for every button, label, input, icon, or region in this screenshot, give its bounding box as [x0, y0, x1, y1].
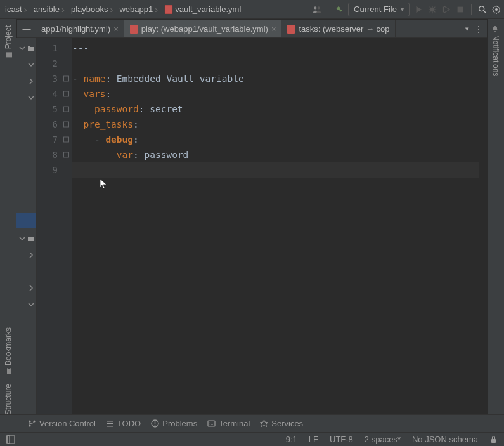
chevron-right-icon: › [110, 4, 113, 15]
tree-row[interactable] [16, 91, 36, 104]
breadcrumb-label: webapp1 [119, 4, 153, 14]
tree-row[interactable] [16, 75, 36, 88]
tree-row[interactable] [16, 42, 36, 55]
bookmarks-toolwindow-button[interactable]: Bookmarks [4, 325, 13, 377]
fold-icon[interactable] [63, 107, 69, 112]
todo-toolwindow-button[interactable]: TODO [106, 419, 141, 428]
tab-label: play: (webapp1/vault_variable.yml) [141, 24, 268, 34]
code-key: password [94, 104, 139, 114]
services-icon [260, 419, 268, 428]
gutter-line[interactable]: 5 [37, 102, 72, 117]
right-tool-stripe: Notifications [488, 19, 504, 427]
debug-icon[interactable] [427, 4, 437, 15]
gutter-line[interactable]: 3 [37, 71, 72, 86]
label: TODO [117, 419, 141, 428]
chevron-down-icon[interactable]: ▾ [465, 25, 469, 33]
breadcrumb-item[interactable]: webapp1› [117, 4, 160, 15]
tree-row[interactable] [16, 58, 36, 71]
fold-icon[interactable] [63, 152, 69, 158]
folder-icon [27, 235, 35, 242]
run-config-selector[interactable]: Current File ▾ [348, 3, 410, 16]
breadcrumb-label: vault_variable.yml [175, 4, 241, 14]
search-icon[interactable] [477, 4, 488, 15]
gutter-line[interactable]: 4 [37, 86, 72, 102]
warning-icon [151, 419, 159, 428]
code-text [72, 104, 94, 114]
minimize-icon[interactable]: — [23, 24, 31, 34]
stop-icon[interactable] [455, 4, 465, 15]
services-toolwindow-button[interactable]: Services [260, 419, 303, 428]
chevron-down-icon [27, 61, 35, 69]
project-tree[interactable] [16, 38, 37, 414]
tree-row-selected[interactable] [16, 213, 36, 228]
tab-label: app1/highlight.yml) [41, 24, 110, 34]
code-key: pre_tasks [83, 119, 133, 129]
coverage-icon[interactable] [441, 4, 451, 15]
chevron-right-icon: › [155, 4, 158, 15]
svg-point-13 [494, 31, 496, 32]
breadcrumb-item[interactable]: icast› [3, 4, 30, 15]
code-text: --- [72, 43, 89, 53]
gutter-line[interactable]: 2 [37, 56, 72, 71]
project-icon [4, 51, 12, 58]
yaml-file-icon [164, 5, 173, 14]
stripe-margin [479, 38, 488, 414]
editor-tab-active[interactable]: play: (webapp1/vault_variable.yml) × [124, 20, 282, 37]
terminal-toolwindow-button[interactable]: Terminal [207, 419, 250, 428]
svg-rect-6 [458, 6, 463, 12]
label: Services [271, 419, 303, 428]
status-right: 9:1 LF UTF-8 2 spaces* No JSON schema [286, 435, 498, 444]
close-icon[interactable]: × [113, 24, 119, 34]
gutter-line[interactable]: 9 [37, 162, 72, 178]
gutter-line[interactable]: 6 [37, 117, 72, 132]
mouse-cursor-icon [100, 179, 108, 192]
encoding[interactable]: UTF-8 [330, 435, 353, 444]
gutter-line[interactable]: 1 [37, 41, 72, 56]
project-toolwindow-button[interactable]: Project [4, 23, 13, 61]
breadcrumb-item[interactable]: playbooks› [68, 4, 116, 15]
schema[interactable]: No JSON schema [412, 435, 478, 444]
label: Terminal [219, 419, 250, 428]
code-editor[interactable]: 1 2 3 4 5 6 7 8 9 ✓ --- - name: Embedded… [37, 38, 488, 414]
navbar-right: Current File ▾ [312, 3, 501, 16]
tree-row[interactable] [16, 298, 36, 311]
chevron-down-icon: ▾ [401, 6, 404, 13]
code-key: name [83, 74, 105, 84]
line-separator[interactable]: LF [309, 435, 318, 444]
gutter-line[interactable]: 7 [37, 132, 72, 147]
problems-toolwindow-button[interactable]: Problems [151, 419, 197, 428]
yaml-file-icon [129, 25, 138, 34]
toolwindows-icon[interactable] [6, 435, 15, 444]
tree-row[interactable] [16, 232, 36, 245]
editor-tab[interactable]: tasks: (webserver → cop [281, 20, 395, 37]
branch-icon [28, 419, 36, 428]
build-icon[interactable] [334, 4, 344, 15]
status-bar: 9:1 LF UTF-8 2 spaces* No JSON schema [0, 432, 504, 446]
svg-point-2 [314, 6, 316, 9]
users-icon[interactable] [312, 4, 322, 15]
lock-icon[interactable] [489, 435, 498, 443]
breadcrumb-item[interactable]: ansible› [31, 4, 67, 15]
fold-icon[interactable] [63, 137, 69, 143]
fold-icon[interactable] [63, 76, 69, 82]
tree-row[interactable] [16, 282, 36, 294]
svg-point-17 [29, 424, 30, 426]
gutter-line[interactable]: 8 [37, 147, 72, 162]
run-icon[interactable] [413, 4, 423, 15]
breadcrumb-item[interactable]: vault_variable.yml [162, 4, 243, 14]
caret-position[interactable]: 9:1 [286, 435, 297, 444]
notifications-toolwindow-button[interactable]: Notifications [491, 23, 500, 79]
vcs-toolwindow-button[interactable]: Version Control [28, 419, 96, 428]
tab-right-controls: ▾ ⋮ [462, 20, 487, 37]
indent[interactable]: 2 spaces* [365, 435, 401, 444]
fold-icon[interactable] [63, 91, 69, 97]
fold-icon[interactable] [63, 122, 69, 128]
settings-icon[interactable] [491, 4, 501, 15]
svg-rect-24 [155, 425, 155, 426]
more-icon[interactable]: ⋮ [474, 24, 483, 34]
editor-tab[interactable]: app1/highlight.yml) × [36, 20, 124, 37]
close-icon[interactable]: × [271, 24, 276, 34]
tree-row[interactable] [16, 249, 36, 261]
code-area[interactable]: ✓ --- - name: Embedded Vault variable va… [72, 38, 488, 414]
list-icon [106, 419, 114, 428]
